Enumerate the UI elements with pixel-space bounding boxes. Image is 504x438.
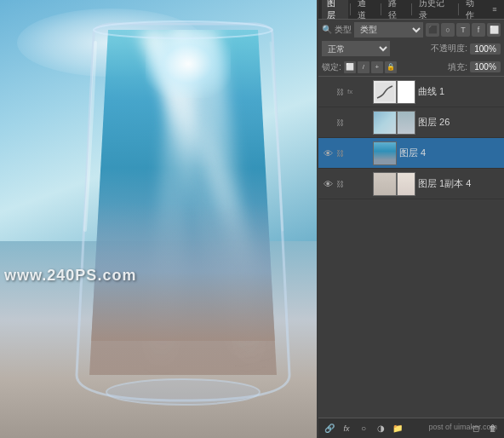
- filter-pixel-icon[interactable]: ⬛: [426, 23, 439, 37]
- panel-tabs: 图层 通道 路径 历史记录 动作 ≡: [318, 0, 504, 19]
- link-layers-button[interactable]: 🔗: [322, 421, 337, 436]
- layer-name: 图层 1副本 4: [418, 177, 501, 190]
- layers-panel: 图层 通道 路径 历史记录 动作 ≡ 🔍 类型 类型 ⬛ ○ T f ⬜ 正常 …: [318, 0, 504, 438]
- bottom-credit: post of uimaker.com: [428, 423, 497, 431]
- layer-mask-thumbnail: [397, 80, 415, 104]
- layer-thumbnail: [373, 111, 397, 135]
- filter-type-select[interactable]: 类型: [354, 22, 423, 37]
- layer-item[interactable]: 👁 ⛓ 图层 1副本 4: [318, 169, 504, 199]
- layer-chain-icon: ⛓: [336, 149, 345, 158]
- filter-adjustment-icon[interactable]: ○: [441, 23, 455, 37]
- lock-icons: ⬜ / + 🔒: [344, 61, 397, 73]
- lock-label: 锁定:: [322, 61, 341, 73]
- layer-thumbnail: [373, 172, 397, 196]
- layer-thumbnail: [373, 80, 397, 104]
- layer-chain-icon: ⛓: [336, 180, 345, 188]
- layer-chain-icon: ⛓: [336, 118, 345, 127]
- tab-history[interactable]: 历史记录: [414, 0, 456, 19]
- layer-list[interactable]: 👁 ⛓ fx 曲线 1 👁 ⛓: [318, 77, 504, 418]
- layer-visibility-toggle[interactable]: 👁: [322, 117, 334, 129]
- layer-name: 曲线 1: [418, 85, 501, 98]
- thumb-layer26-content: [374, 112, 396, 134]
- search-icon: 🔍: [322, 25, 332, 34]
- layer-mask-thumbnail: [397, 111, 415, 135]
- layer-fx-icon: fx: [347, 88, 358, 95]
- thumb-layer4-content: [374, 142, 396, 164]
- opacity-value[interactable]: 100%: [470, 43, 501, 55]
- layer-item[interactable]: 👁 ⛓ 图层 4: [318, 138, 504, 169]
- filter-shape-icon[interactable]: f: [472, 23, 485, 37]
- lock-transparent-icon[interactable]: ⬜: [344, 61, 356, 73]
- tab-divider-4: [458, 3, 459, 15]
- layer-mask-thumbnail: [397, 172, 415, 196]
- filter-smart-icon[interactable]: ⬜: [487, 23, 501, 37]
- filter-type-icon[interactable]: T: [456, 23, 470, 37]
- lock-position-icon[interactable]: +: [371, 61, 383, 73]
- tab-divider-2: [381, 3, 381, 15]
- fx-button[interactable]: fx: [339, 421, 354, 436]
- layer-chain-icon: ⛓: [336, 88, 345, 96]
- thumb-curves-content: [374, 81, 396, 103]
- thumb-layer1copy-content: [374, 173, 396, 195]
- lock-row: 锁定: ⬜ / + 🔒 填充: 100%: [318, 58, 504, 77]
- panel-menu-icon[interactable]: ≡: [489, 3, 501, 15]
- panel-right-icons: ≡: [489, 3, 501, 15]
- layer-name: 图层 26: [418, 116, 501, 129]
- layer-visibility-toggle[interactable]: 👁: [322, 178, 334, 190]
- lock-all-icon[interactable]: 🔒: [385, 61, 397, 73]
- watermark-text: www.240PS.com: [4, 267, 136, 285]
- filter-type-label: 类型: [335, 24, 352, 36]
- new-group-button[interactable]: 📁: [390, 421, 405, 436]
- layer-visibility-toggle[interactable]: 👁: [322, 86, 334, 98]
- add-adjustment-button[interactable]: ◑: [373, 421, 388, 436]
- filter-row: 🔍 类型 类型 ⬛ ○ T f ⬜: [318, 19, 504, 39]
- layer-item[interactable]: 👁 ⛓ fx 曲线 1: [318, 77, 504, 107]
- tab-actions[interactable]: 动作: [461, 0, 487, 19]
- svg-point-0: [106, 379, 260, 405]
- layer-item[interactable]: 👁 ⛓ 图层 26: [318, 107, 504, 138]
- add-mask-button[interactable]: ○: [356, 421, 371, 436]
- svg-point-1: [94, 21, 272, 38]
- tab-divider-3: [411, 3, 412, 15]
- layer-visibility-toggle[interactable]: 👁: [322, 147, 334, 159]
- tab-channels[interactable]: 通道: [352, 0, 379, 19]
- layer-name: 图层 4: [399, 147, 501, 159]
- opacity-label: 不透明度:: [431, 43, 467, 55]
- glass-container: [68, 17, 298, 409]
- tab-divider-1: [350, 3, 351, 15]
- tab-layers[interactable]: 图层: [322, 0, 348, 19]
- tab-paths[interactable]: 路径: [383, 0, 410, 19]
- layer-thumbnail: [373, 141, 397, 165]
- glass-svg: [68, 17, 298, 409]
- fill-value[interactable]: 100%: [470, 61, 501, 72]
- lock-pixels-icon[interactable]: /: [358, 61, 369, 73]
- blend-mode-select[interactable]: 正常: [322, 41, 390, 56]
- fill-label: 填充:: [448, 61, 467, 73]
- filter-icons: ⬛ ○ T f ⬜: [426, 23, 501, 37]
- blend-row: 正常 不透明度: 100%: [318, 39, 504, 58]
